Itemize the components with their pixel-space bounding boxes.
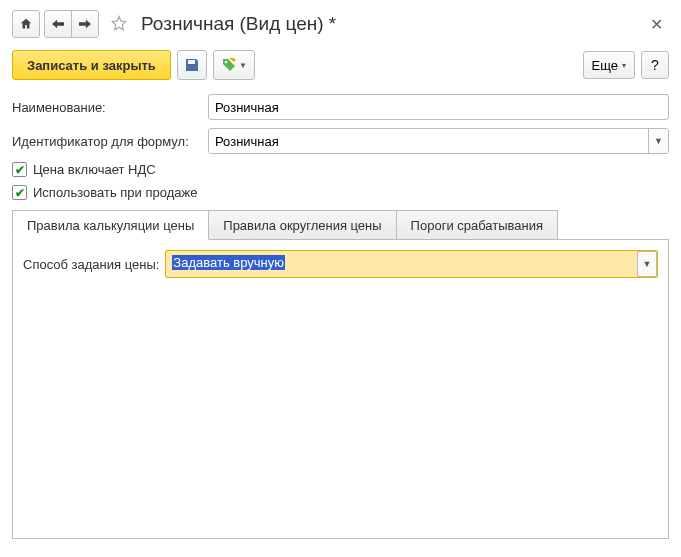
price-method-combo[interactable]: Задавать вручную ▼	[165, 250, 658, 278]
formula-id-label: Идентификатор для формул:	[12, 134, 204, 149]
price-method-dropdown-arrow[interactable]: ▼	[637, 251, 657, 277]
name-label: Наименование:	[12, 100, 204, 115]
chevron-down-icon: ▼	[239, 61, 247, 70]
tab-trigger-thresholds[interactable]: Пороги срабатывания	[396, 210, 558, 240]
checkmark-icon: ✔	[15, 163, 25, 177]
use-on-sale-label: Использовать при продаже	[33, 185, 197, 200]
home-icon	[19, 17, 33, 31]
formula-id-input[interactable]	[209, 129, 648, 153]
vat-included-label: Цена включает НДС	[33, 162, 156, 177]
svg-point-0	[225, 61, 228, 64]
vat-included-checkbox[interactable]: ✔	[12, 162, 27, 177]
checkmark-icon: ✔	[15, 186, 25, 200]
tab-price-calculation-rules[interactable]: Правила калькуляции цены	[12, 210, 209, 240]
chevron-down-icon: ▼	[643, 259, 652, 269]
name-input[interactable]	[208, 94, 669, 120]
arrow-left-icon	[51, 18, 65, 30]
close-button[interactable]: ✕	[644, 11, 669, 38]
more-label: Еще	[592, 58, 618, 73]
tag-dropdown-button[interactable]: ▼	[213, 50, 255, 80]
window-title: Розничная (Вид цен) *	[141, 13, 640, 35]
formula-id-combo[interactable]: ▼	[208, 128, 669, 154]
chevron-down-icon: ▾	[622, 61, 626, 70]
formula-id-dropdown-arrow[interactable]: ▼	[648, 129, 668, 153]
more-button[interactable]: Еще ▾	[583, 51, 635, 79]
close-icon: ✕	[650, 16, 663, 33]
use-on-sale-checkbox[interactable]: ✔	[12, 185, 27, 200]
back-button[interactable]	[44, 10, 72, 38]
save-button[interactable]	[177, 50, 207, 80]
floppy-icon	[184, 57, 200, 73]
help-button[interactable]: ?	[641, 51, 669, 79]
chevron-down-icon: ▼	[654, 136, 663, 146]
tab-rounding-rules[interactable]: Правила округления цены	[208, 210, 396, 240]
price-method-label: Способ задания цены:	[23, 257, 159, 272]
tag-icon	[221, 57, 237, 73]
save-and-close-button[interactable]: Записать и закрыть	[12, 50, 171, 80]
arrow-right-icon	[78, 18, 92, 30]
price-method-value: Задавать вручную	[166, 251, 633, 277]
tab-content: Способ задания цены: Задавать вручную ▼	[12, 239, 669, 539]
forward-button[interactable]	[71, 10, 99, 38]
home-button[interactable]	[12, 10, 40, 38]
favorite-star-icon[interactable]	[109, 14, 129, 34]
